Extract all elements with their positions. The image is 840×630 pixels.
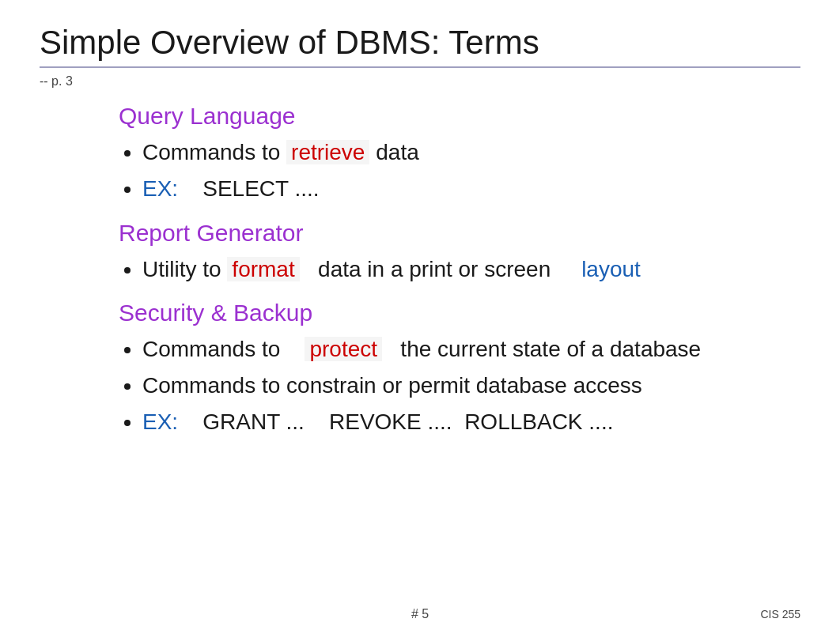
text-normal: Commands to (142, 140, 286, 164)
text-highlight-protect: protect (305, 337, 382, 361)
list-item: Commands to retrieve data (142, 138, 800, 168)
text-highlight-retrieve: retrieve (286, 140, 369, 164)
query-language-bullets: Commands to retrieve data EX: SELECT ...… (142, 138, 800, 204)
text-highlight-format: format (227, 257, 299, 281)
footer-page-number: # 5 (411, 607, 429, 621)
security-backup-bullets: Commands to protect the current state of… (142, 334, 800, 436)
list-item: Commands to constrain or permit database… (142, 371, 800, 401)
text-normal: data in a print or screen (306, 257, 576, 281)
text-normal: SELECT .... (184, 176, 320, 201)
text-normal: the current state of a database (388, 337, 701, 361)
text-normal: data (376, 140, 419, 164)
title-section: Simple Overview of DBMS: Terms (40, 24, 800, 68)
text-normal: GRANT ... REVOKE .... ROLLBACK .... (184, 409, 614, 434)
list-item: Utility to format data in a print or scr… (142, 255, 800, 285)
slide-title: Simple Overview of DBMS: Terms (40, 24, 800, 68)
text-highlight-ex2: EX: (142, 409, 178, 434)
report-generator-bullets: Utility to format data in a print or scr… (142, 255, 800, 285)
slide-container: Simple Overview of DBMS: Terms -- p. 3 Q… (0, 0, 840, 630)
list-item: EX: GRANT ... REVOKE .... ROLLBACK .... (142, 407, 800, 437)
text-highlight-ex1: EX: (142, 176, 178, 201)
list-item: EX: SELECT .... (142, 174, 800, 204)
text-normal: Commands to (142, 337, 299, 361)
text-highlight-layout: layout (581, 257, 641, 281)
text-normal: Utility to (142, 257, 227, 281)
section-heading-security-backup: Security & Backup (119, 300, 800, 326)
page-indicator: -- p. 3 (40, 74, 800, 89)
section-heading-query-language: Query Language (119, 103, 800, 130)
section-heading-report-generator: Report Generator (119, 220, 800, 247)
list-item: Commands to protect the current state of… (142, 334, 800, 364)
footer-course: CIS 255 (760, 608, 800, 621)
content-area: Query Language Commands to retrieve data… (119, 103, 800, 437)
text-normal: Commands to constrain or permit database… (142, 373, 642, 398)
